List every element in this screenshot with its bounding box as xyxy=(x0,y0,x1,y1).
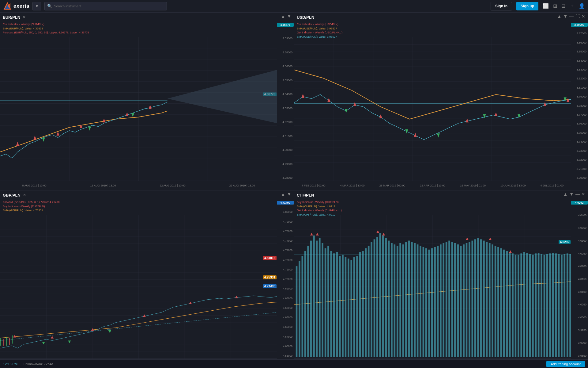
signup-button[interactable]: Sign up xyxy=(516,2,538,10)
chart-minimize-icon[interactable]: — xyxy=(569,14,574,19)
svg-rect-153 xyxy=(371,242,372,357)
svg-rect-131 xyxy=(307,246,309,357)
layout-icon[interactable]: ⬜ xyxy=(543,3,549,9)
svg-rect-211 xyxy=(538,253,540,357)
svg-rect-97 xyxy=(9,338,10,345)
chf-sma-1: SMA (CHF/PLN): Value: 4.0212 xyxy=(297,205,585,209)
svg-rect-204 xyxy=(518,255,519,357)
svg-rect-192 xyxy=(483,241,485,357)
chart-close-icon-chf[interactable]: ✕ xyxy=(582,192,585,197)
header-dropdown[interactable]: ▼ xyxy=(32,2,41,10)
svg-rect-162 xyxy=(397,246,398,357)
svg-marker-28 xyxy=(88,126,91,130)
svg-marker-60 xyxy=(466,118,469,122)
chart-up-icon-3[interactable]: ▲ xyxy=(281,192,285,197)
svg-rect-197 xyxy=(497,247,499,357)
user-icon[interactable]: 👤 xyxy=(579,3,585,9)
svg-rect-166 xyxy=(408,241,410,357)
logo: exeria xyxy=(3,2,29,10)
chart-expand-icon[interactable]: ⛶ xyxy=(575,14,580,19)
chart-controls-eur-pln: ▲ ▼ xyxy=(281,14,291,19)
chart-down-icon[interactable]: ▼ xyxy=(287,14,291,19)
svg-rect-181 xyxy=(451,242,453,357)
svg-rect-199 xyxy=(503,250,505,357)
footer-time: 12:15 PM xyxy=(3,362,17,366)
search-input[interactable] xyxy=(54,4,164,8)
svg-rect-94 xyxy=(0,338,1,346)
chart-up-icon[interactable]: ▲ xyxy=(281,14,285,19)
yaxis-gbp-pln: 4.85000 4.81015 4.80000 4.79000 4.78000 … xyxy=(277,200,294,358)
svg-rect-138 xyxy=(327,246,329,357)
add-icon[interactable]: ＋ xyxy=(570,3,575,9)
chart-down-icon-3[interactable]: ▼ xyxy=(287,192,291,197)
chf-indicator-2: Get Indicator - Weekly (CHF/PLN*...) xyxy=(297,209,585,213)
svg-rect-163 xyxy=(399,243,401,357)
chart-close-gbp-pln[interactable]: ✕ xyxy=(23,193,26,197)
svg-marker-26 xyxy=(149,105,151,109)
chart-up-icon-2[interactable]: ▲ xyxy=(557,14,561,19)
add-trading-account-button[interactable]: Add trading account xyxy=(546,361,585,367)
signin-button[interactable]: Sign In xyxy=(491,2,512,10)
svg-marker-99 xyxy=(42,342,45,344)
svg-rect-221 xyxy=(567,253,568,357)
svg-rect-155 xyxy=(376,237,378,357)
svg-rect-98 xyxy=(12,335,13,344)
chart-close-eur-pln[interactable]: ✕ xyxy=(23,15,26,19)
svg-marker-24 xyxy=(103,118,105,122)
svg-marker-102 xyxy=(13,335,16,337)
svg-rect-151 xyxy=(365,248,367,357)
svg-marker-106 xyxy=(189,301,192,304)
svg-rect-130 xyxy=(304,251,306,357)
chart-panel-gbp-pln: GBP/PLN ✕ ▲ ▼ Forward (GBP/PLN, 365, 3, … xyxy=(0,190,294,368)
search-bar: 🔍 xyxy=(44,2,167,10)
svg-rect-143 xyxy=(342,255,344,357)
chart-close-icon-usd[interactable]: ✕ xyxy=(582,14,585,19)
chart-controls-chf-pln: ▲ ▼ — ✕ xyxy=(563,192,585,197)
svg-rect-165 xyxy=(405,242,407,357)
svg-rect-129 xyxy=(302,256,303,357)
logo-icon xyxy=(3,2,12,10)
footer: 12:15 PM unknown-aa172b4a Add trading ac… xyxy=(0,359,588,368)
chart-controls-gbp-pln: ▲ ▼ xyxy=(281,192,291,197)
widget-icon[interactable]: ⊟ xyxy=(561,3,565,9)
svg-rect-134 xyxy=(316,241,318,357)
usd-sma-1: SMA (USD/PLN): Value: 3.95527 xyxy=(297,27,585,31)
svg-marker-105 xyxy=(143,314,146,317)
svg-marker-21 xyxy=(33,136,36,140)
svg-rect-202 xyxy=(512,253,514,357)
info-line-forecast: Forecast (EUR/PLN, 250, 0, 250, 50): Upp… xyxy=(3,31,291,35)
svg-rect-195 xyxy=(492,244,493,357)
svg-marker-69 xyxy=(564,98,566,102)
svg-rect-182 xyxy=(454,243,456,357)
svg-rect-191 xyxy=(480,239,482,357)
svg-rect-128 xyxy=(299,261,300,357)
svg-marker-29 xyxy=(131,113,134,117)
chart-down-icon-2[interactable]: ▼ xyxy=(563,14,567,19)
gbp-sma: SMA (GBP/PLN): Value: 4.75331 xyxy=(3,209,291,213)
svg-rect-220 xyxy=(564,254,565,357)
svg-rect-146 xyxy=(350,260,352,357)
chart-down-icon-4[interactable]: ▼ xyxy=(569,192,574,197)
svg-rect-213 xyxy=(544,255,545,357)
svg-marker-55 xyxy=(302,94,304,98)
svg-marker-227 xyxy=(466,238,469,240)
chart-svg-eur-pln xyxy=(0,37,277,181)
chart-minimize-icon-2[interactable]: — xyxy=(575,192,580,197)
svg-rect-157 xyxy=(382,236,384,357)
header-icons: Sign In Sign up ⬜ ⊞ ⊟ ＋ 👤 xyxy=(491,2,585,10)
svg-rect-206 xyxy=(523,252,525,357)
chart-up-icon-4[interactable]: ▲ xyxy=(563,192,567,197)
svg-rect-208 xyxy=(529,254,531,357)
svg-rect-164 xyxy=(402,244,404,357)
gbp-fwd: Forward (GBP/PLN, 365, 3, 1): Value: 4.7… xyxy=(3,200,291,205)
grid-icon[interactable]: ⊞ xyxy=(553,3,557,9)
svg-rect-145 xyxy=(348,259,349,357)
svg-rect-96 xyxy=(6,337,7,346)
chart-panel-eur-pln: EUR/PLN ✕ ▲ ▼ Eur Indicator - Weekly (EU… xyxy=(0,12,294,190)
svg-rect-196 xyxy=(495,246,496,357)
chart-title-usd-pln: USD/PLN xyxy=(297,15,314,20)
chart-panel-chf-pln: CHF/PLN ▲ ▼ — ✕ Buy Indicator - Weekly (… xyxy=(294,190,588,368)
svg-rect-187 xyxy=(469,242,470,357)
svg-rect-148 xyxy=(356,256,358,357)
chart-header-usd-pln: USD/PLN xyxy=(294,13,588,22)
